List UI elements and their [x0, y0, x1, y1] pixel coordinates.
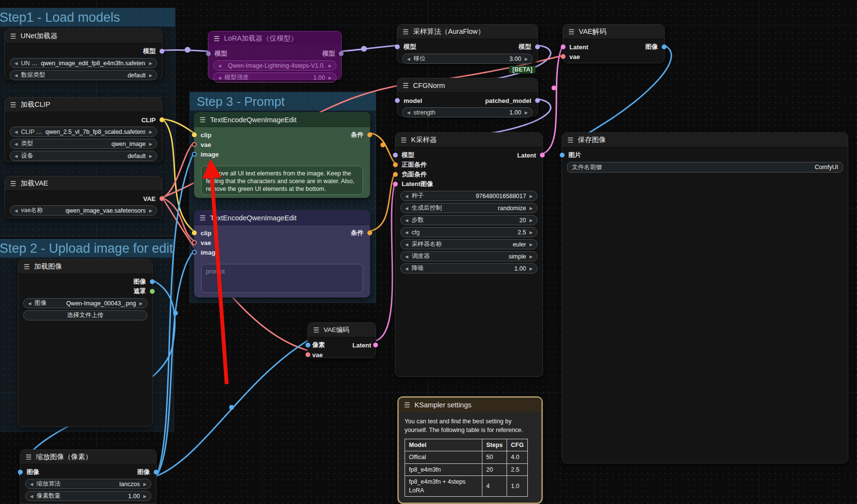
input-slot-model[interactable] — [395, 44, 400, 49]
output-slot-image[interactable] — [154, 470, 159, 475]
widget-filename-prefix[interactable]: 文件名前缀 ComfyUI — [567, 162, 843, 173]
node-clip-loader[interactable]: ☰ 加载CLIP CLIP ◀ CLIP … qwen_2.5_vl_7b_fp… — [4, 97, 162, 162]
widget-steps[interactable]: ◀ 步数 20 ▶ — [400, 215, 537, 225]
widget-sampler-name[interactable]: ◀ 采样器名称 euler ▶ — [400, 239, 537, 249]
combo-prev-icon[interactable]: ◀ — [15, 208, 18, 213]
combo-prev-icon[interactable]: ◀ — [15, 142, 18, 146]
input-slot-image[interactable] — [18, 470, 23, 475]
node-menu-icon[interactable]: ☰ — [10, 32, 16, 40]
widget-lora-name[interactable]: ◀ Qwen-Image-Lightning-4steps-V1.0.s... … — [213, 60, 336, 71]
widget-clip-device[interactable]: ◀ 设备 default ▶ — [10, 151, 157, 161]
combo-next-icon[interactable]: ▶ — [529, 206, 533, 211]
number-increment-icon[interactable]: ▶ — [524, 57, 528, 61]
output-slot-patched-model[interactable] — [535, 98, 540, 103]
node-lora-loader-bypassed[interactable]: ☰ LoRA加载器（仅模型） 模型 模型 ◀ Qwen-Image-Lightn… — [208, 31, 342, 80]
link-dot[interactable] — [185, 47, 190, 53]
prompt-textarea[interactable]: prompt — [201, 264, 363, 293]
link-dot[interactable] — [552, 86, 556, 90]
combo-next-icon[interactable]: ▶ — [149, 130, 152, 134]
widget-scale-method[interactable]: ◀ 缩放算法 lanczos ▶ — [25, 479, 151, 489]
link-dot[interactable] — [361, 46, 367, 52]
widget-unet-name[interactable]: ◀ UN … qwen_image_edit_fp8_e4m3fn.safete… — [10, 58, 157, 68]
combo-next-icon[interactable]: ▶ — [139, 301, 143, 306]
widget-dtype[interactable]: ◀ 数据类型 default ▶ — [10, 70, 157, 80]
output-slot-image[interactable] — [662, 44, 667, 49]
output-slot-model[interactable] — [535, 44, 540, 49]
widget-strength[interactable]: ◀ strength 1.00 ▶ — [402, 107, 533, 117]
node-menu-icon[interactable]: ☰ — [10, 101, 16, 109]
number-decrement-icon[interactable]: ◀ — [405, 230, 408, 235]
widget-cfg[interactable]: ◀ cfg 2.5 ▶ — [400, 227, 537, 237]
node-save-image[interactable]: ☰ 保存图像 图片 文件名前缀 ComfyUI — [562, 132, 848, 463]
combo-next-icon[interactable]: ▶ — [149, 61, 152, 66]
combo-next-icon[interactable]: ▶ — [149, 142, 152, 146]
input-slot-latent[interactable] — [561, 44, 566, 49]
node-menu-icon[interactable]: ☰ — [313, 326, 320, 334]
group-step1-title[interactable]: Step1 - Load models — [0, 8, 175, 27]
number-decrement-icon[interactable]: ◀ — [407, 110, 410, 115]
input-slot-vae[interactable] — [192, 240, 197, 245]
comfyui-canvas[interactable]: Step1 - Load models Step 2 - Upload imag… — [0, 0, 857, 504]
output-slot-mask[interactable] — [150, 289, 155, 294]
widget-denoise[interactable]: ◀ 降噪 1.00 ▶ — [400, 263, 537, 274]
combo-prev-icon[interactable]: ◀ — [15, 73, 18, 78]
node-cfgnorm[interactable]: ☰ CFGNorm model patched_model ◀ strength… — [397, 78, 538, 116]
output-slot-conditioning[interactable] — [367, 132, 372, 137]
number-decrement-icon[interactable]: ◀ — [407, 57, 410, 61]
widget-scheduler[interactable]: ◀ 调度器 simple ▶ — [400, 251, 537, 261]
node-load-image[interactable]: ☰ 加载图像 图像 遮罩 ◀ 图像 Qwen-Image_00043_.png … — [18, 259, 153, 427]
node-unet-loader[interactable]: ☰ UNet加载器 模型 ◀ UN … qwen_image_edit_fp8_… — [4, 29, 162, 79]
input-slot-vae[interactable] — [192, 142, 197, 147]
combo-next-icon[interactable]: ▶ — [149, 73, 152, 78]
input-slot-clip[interactable] — [192, 230, 197, 235]
group-step3-title[interactable]: Step 3 - Prompt — [190, 92, 376, 111]
combo-prev-icon[interactable]: ◀ — [15, 130, 18, 134]
input-slot-model[interactable] — [206, 51, 211, 56]
combo-prev-icon[interactable]: ◀ — [15, 154, 18, 158]
node-menu-icon[interactable]: ☰ — [403, 28, 409, 36]
combo-prev-icon[interactable]: ◀ — [218, 63, 221, 68]
node-menu-icon[interactable]: ☰ — [10, 180, 16, 187]
number-increment-icon[interactable]: ▶ — [524, 110, 528, 115]
combo-next-icon[interactable]: ▶ — [149, 154, 152, 158]
output-slot-model[interactable] — [160, 49, 164, 54]
output-slot-image[interactable] — [150, 279, 155, 284]
widget-vae-name[interactable]: ◀ vae名称 qwen_image_vae.safetensors ▶ — [10, 205, 157, 216]
link-dot[interactable] — [229, 405, 234, 410]
node-vae-loader[interactable]: ☰ 加载VAE VAE ◀ vae名称 qwen_image_vae.safet… — [4, 176, 162, 218]
combo-next-icon[interactable]: ▶ — [149, 208, 152, 213]
input-slot-image[interactable] — [192, 250, 197, 255]
node-auraflow-sampling[interactable]: ☰ 采样算法（AuraFlow） 模型 模型 ◀ 移位 3.00 ▶ — [397, 24, 538, 63]
upload-file-button[interactable]: 选择文件上传 — [23, 310, 147, 320]
widget-megapixels[interactable]: ◀ 像素数量 1.00 ▶ — [25, 491, 151, 501]
node-vae-decode[interactable]: ☰ VAE解码 Latent 图像 vae — [563, 24, 665, 63]
node-ksampler[interactable]: ☰ K采样器 模型 Latent 正面条件 负面条件 Latent图像 ◀ 种子… — [395, 132, 543, 377]
node-menu-icon[interactable]: ☰ — [200, 116, 206, 124]
combo-next-icon[interactable]: ▶ — [328, 63, 332, 68]
input-slot-clip[interactable] — [192, 132, 197, 137]
node-menu-icon[interactable]: ☰ — [567, 136, 574, 144]
node-menu-icon[interactable]: ☰ — [24, 263, 30, 271]
input-slot-pixels[interactable] — [305, 343, 310, 347]
input-slot-negative[interactable] — [393, 172, 398, 177]
number-increment-icon[interactable]: ▶ — [529, 266, 533, 271]
node-menu-icon[interactable]: ☰ — [568, 28, 575, 36]
number-decrement-icon[interactable]: ◀ — [405, 194, 408, 199]
widget-control-after-generate[interactable]: ◀ 生成后控制 randomize ▶ — [400, 203, 537, 213]
widget-shift[interactable]: ◀ 移位 3.00 ▶ — [402, 54, 533, 64]
output-slot-conditioning[interactable] — [367, 230, 372, 235]
combo-prev-icon[interactable]: ◀ — [30, 482, 33, 487]
widget-clip-name[interactable]: ◀ CLIP … qwen_2.5_vl_7b_fp8_scaled.safet… — [10, 127, 157, 137]
input-slot-latent-image[interactable] — [393, 182, 398, 187]
input-slot-image[interactable] — [192, 152, 197, 157]
link-dot[interactable] — [380, 143, 385, 147]
number-decrement-icon[interactable]: ◀ — [405, 218, 408, 223]
node-menu-icon[interactable]: ☰ — [403, 82, 409, 89]
widget-clip-type[interactable]: ◀ 类型 qwen_image ▶ — [10, 139, 157, 149]
output-slot-vae[interactable] — [160, 196, 164, 201]
number-increment-icon[interactable]: ▶ — [529, 230, 533, 235]
number-increment-icon[interactable]: ▶ — [328, 75, 332, 80]
group-step2-title[interactable]: Step 2 - Upload image for editing — [0, 239, 174, 258]
combo-next-icon[interactable]: ▶ — [529, 242, 533, 247]
node-menu-icon[interactable]: ☰ — [404, 401, 410, 409]
